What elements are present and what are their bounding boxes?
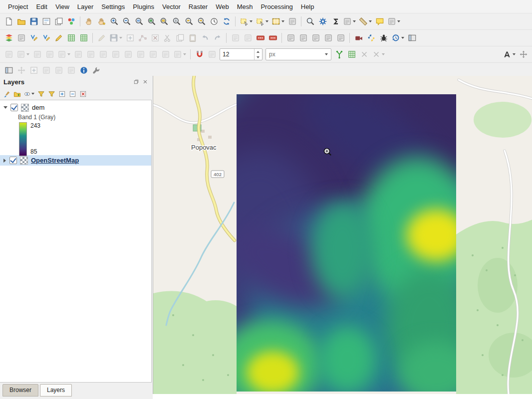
topology-checker-button[interactable] (345, 48, 358, 61)
pin-labels-button[interactable] (284, 32, 297, 44)
pan-to-selection-button[interactable] (95, 15, 108, 28)
open-project-button[interactable] (15, 15, 27, 28)
toggle-editing-button[interactable] (95, 32, 108, 44)
undock-panel-button[interactable] (132, 78, 140, 86)
history-button[interactable] (390, 32, 406, 44)
statistical-summary-button[interactable] (329, 15, 341, 28)
deselect-features-button[interactable] (254, 15, 270, 28)
new-project-button[interactable] (2, 15, 15, 28)
field-calculator-button[interactable] (286, 15, 298, 28)
add-annotation-button[interactable] (27, 64, 40, 77)
menu-processing[interactable]: Processing (257, 1, 296, 12)
perpendicular-tool-button[interactable] (43, 48, 56, 61)
pan-labels-button[interactable] (517, 48, 530, 61)
python-console-button[interactable] (365, 32, 377, 44)
toggle-panels-button[interactable] (406, 32, 418, 44)
reverse-line-button[interactable] (159, 48, 172, 61)
menu-plugins[interactable]: Plugins (129, 1, 158, 12)
zoom-in-button[interactable] (108, 15, 120, 28)
label-font-size-stepper[interactable] (220, 48, 263, 60)
trim-extend-button[interactable] (172, 48, 188, 61)
data-source-manager-button[interactable] (2, 32, 15, 44)
open-attribute-table-button[interactable] (270, 15, 286, 28)
settings-wrench-button[interactable] (90, 64, 102, 77)
map-tips-button[interactable] (373, 15, 386, 28)
construction-mode-button[interactable] (15, 48, 31, 61)
delete-ring-button[interactable] (122, 48, 134, 61)
move-annotation-button[interactable] (15, 64, 27, 77)
svg-annotation-button[interactable] (65, 64, 77, 77)
simplify-feature-button[interactable] (72, 48, 84, 61)
html-annotation-button[interactable] (52, 64, 65, 77)
menu-help[interactable]: Help (297, 1, 318, 12)
zoom-out-button[interactable] (120, 15, 133, 28)
menu-edit[interactable]: Edit (32, 1, 51, 12)
stepper-buttons[interactable] (254, 49, 262, 60)
camera-tool-button[interactable] (352, 32, 365, 44)
zoom-to-layer-button[interactable] (170, 15, 183, 28)
menu-raster[interactable]: Raster (185, 1, 212, 12)
expand-all-button[interactable] (57, 89, 67, 99)
snapping-mode-button[interactable] (206, 48, 218, 61)
report-bug-button[interactable] (377, 32, 390, 44)
close-panel-button[interactable] (141, 78, 149, 86)
highlight-labels-button[interactable] (297, 32, 309, 44)
rotate-feature-button[interactable] (56, 48, 72, 61)
snapping-toggle-button[interactable] (193, 48, 206, 61)
new-print-layout-button[interactable] (40, 15, 52, 28)
manage-map-themes-button[interactable] (22, 89, 36, 99)
osm-visibility-checkbox[interactable] (9, 157, 17, 164)
dem-visibility-checkbox[interactable] (10, 104, 18, 111)
refresh-map-button[interactable] (220, 15, 233, 28)
font-unit-select[interactable]: px (266, 48, 331, 60)
stepper-down-button[interactable] (255, 54, 262, 60)
add-feature-button[interactable] (124, 32, 136, 44)
processing-toolbox-button[interactable] (316, 15, 329, 28)
redo-button[interactable] (211, 32, 224, 44)
new-memory-layer-button[interactable] (52, 32, 65, 44)
tab-browser[interactable]: Browser (2, 384, 38, 397)
new-shapefile-layer-button[interactable] (27, 32, 40, 44)
change-label-button[interactable] (334, 32, 347, 44)
tab-layers[interactable]: Layers (40, 384, 72, 397)
collapse-all-button[interactable] (67, 89, 78, 99)
style-manager-button[interactable] (65, 15, 77, 28)
stepper-up-button[interactable] (255, 49, 262, 54)
measure-button[interactable] (357, 15, 373, 28)
identify-features-button[interactable] (77, 64, 90, 77)
new-mesh-layer-button[interactable] (77, 32, 90, 44)
new-spatialite-layer-button[interactable] (40, 32, 52, 44)
map-canvas[interactable]: Popovac 402 (153, 76, 532, 394)
cut-features-button[interactable] (161, 32, 174, 44)
menu-layer[interactable]: Layer (73, 1, 98, 12)
copy-features-button[interactable] (174, 32, 186, 44)
reshape-features-button[interactable] (229, 32, 242, 44)
offset-curve-button[interactable] (147, 48, 159, 61)
zoom-to-selection-button[interactable] (158, 15, 170, 28)
vertex-tool-button[interactable] (136, 32, 149, 44)
new-map-view-button[interactable] (2, 64, 15, 77)
new-geopackage-button[interactable] (15, 32, 27, 44)
add-group-button[interactable] (12, 89, 22, 99)
expand-expander-icon[interactable] (3, 159, 6, 163)
filter-by-expression-button[interactable] (46, 89, 57, 99)
tracing-toggle-button[interactable] (333, 48, 345, 61)
zoom-native-button[interactable] (133, 15, 145, 28)
undo-button[interactable] (199, 32, 211, 44)
save-project-button[interactable] (27, 15, 40, 28)
pan-map-button[interactable] (83, 15, 95, 28)
split-features-button[interactable] (242, 32, 254, 44)
remove-layer-button[interactable] (78, 89, 88, 99)
clear-selection-button[interactable] (358, 48, 370, 61)
menu-web[interactable]: Web (212, 1, 233, 12)
filter-legend-button[interactable] (36, 89, 46, 99)
layout-manager-button[interactable] (52, 15, 65, 28)
menu-view[interactable]: View (51, 1, 73, 12)
menu-project[interactable]: Project (4, 1, 32, 12)
form-annotation-button[interactable] (40, 64, 52, 77)
zoom-last-button[interactable] (183, 15, 195, 28)
collapse-expander-icon[interactable] (3, 106, 7, 109)
delete-part-button[interactable] (134, 48, 147, 61)
parallel-tool-button[interactable] (31, 48, 43, 61)
new-virtual-layer-button[interactable] (65, 32, 77, 44)
